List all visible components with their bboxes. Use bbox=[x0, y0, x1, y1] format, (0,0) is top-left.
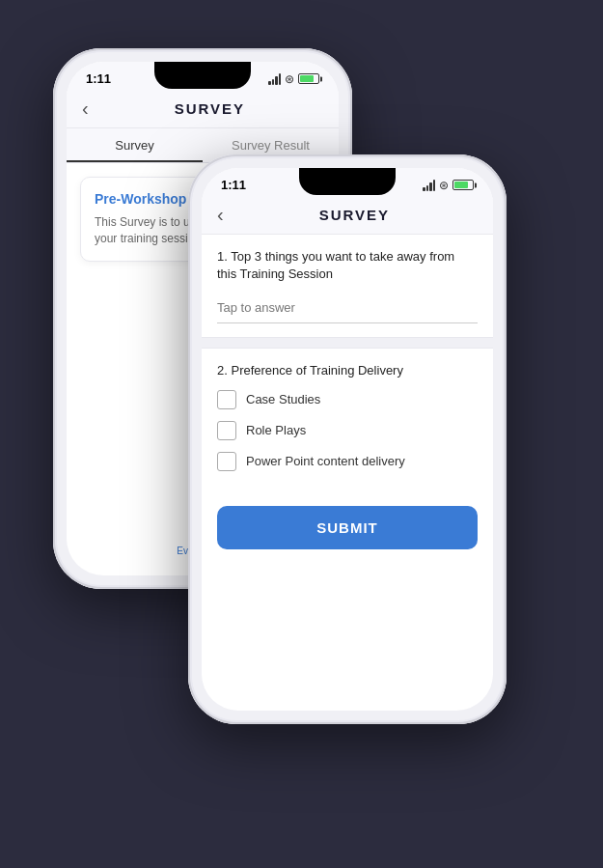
back-button-back[interactable]: ‹ bbox=[82, 98, 89, 120]
checkbox-1[interactable] bbox=[217, 390, 236, 409]
status-time-front: 1:11 bbox=[221, 178, 246, 192]
question-1-input[interactable] bbox=[217, 293, 478, 323]
signal-icon-front bbox=[423, 180, 435, 191]
checkbox-label-2: Role Plays bbox=[246, 423, 306, 437]
question-1-text: 1. Top 3 things you want to take away fr… bbox=[217, 248, 478, 283]
app-header-front: ‹ SURVEY bbox=[202, 196, 493, 235]
wifi-icon-front: ⊛ bbox=[439, 179, 449, 192]
signal-icon-back bbox=[268, 73, 281, 85]
notch-front bbox=[299, 168, 396, 195]
checkbox-label-3: Power Point content delivery bbox=[246, 454, 405, 468]
app-header-back: ‹ SURVEY bbox=[67, 90, 339, 128]
status-icons-front: ⊛ bbox=[423, 179, 474, 192]
phone-front-screen: 1:11 ⊛ ‹ SURVEY 1. T bbox=[202, 168, 493, 711]
question-2-section: 2. Preference of Training Delivery Case … bbox=[202, 349, 493, 495]
status-icons-back: ⊛ bbox=[268, 72, 319, 86]
battery-icon-front bbox=[452, 180, 474, 190]
checkbox-label-1: Case Studies bbox=[246, 392, 320, 406]
checkbox-option-3[interactable]: Power Point content delivery bbox=[217, 452, 478, 471]
battery-icon-back bbox=[298, 73, 319, 84]
checkbox-2[interactable] bbox=[217, 421, 236, 440]
status-time-back: 1:11 bbox=[86, 71, 111, 86]
section-divider bbox=[202, 337, 493, 349]
phone-front: 1:11 ⊛ ‹ SURVEY 1. T bbox=[188, 154, 507, 724]
checkbox-option-2[interactable]: Role Plays bbox=[217, 421, 478, 440]
question-1-section: 1. Top 3 things you want to take away fr… bbox=[202, 235, 493, 337]
question-2-text: 2. Preference of Training Delivery bbox=[217, 362, 478, 379]
checkbox-option-1[interactable]: Case Studies bbox=[217, 390, 478, 409]
app-title-back: SURVEY bbox=[96, 100, 323, 117]
submit-button[interactable]: SUBMIT bbox=[217, 506, 478, 549]
tab-survey[interactable]: Survey bbox=[67, 128, 203, 162]
app-title-front: SURVEY bbox=[232, 207, 478, 223]
back-button-front[interactable]: ‹ bbox=[217, 204, 224, 226]
wifi-icon-back: ⊛ bbox=[285, 72, 294, 86]
notch-back bbox=[154, 62, 251, 89]
checkbox-3[interactable] bbox=[217, 452, 236, 471]
